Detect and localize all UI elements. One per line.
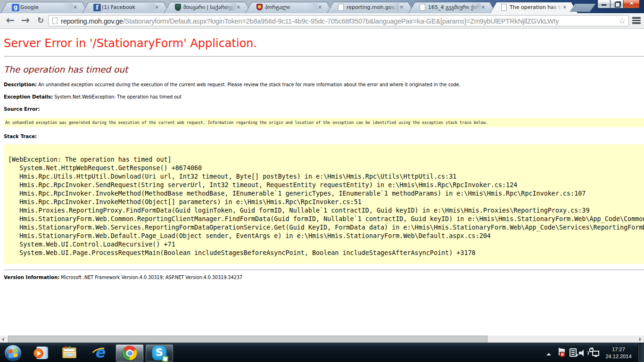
bookmark-star-icon[interactable] — [619, 16, 626, 26]
tab-close-icon[interactable] — [235, 4, 242, 11]
tray-time: 17:27 — [603, 346, 634, 353]
exception-label: Exception Details: — [4, 94, 53, 99]
scrollbar-thumb[interactable] — [8, 336, 487, 343]
internet-explorer-button[interactable]: e — [91, 346, 107, 361]
stack-line: Hmis.Rpc.RpcInvoker.InvokeMethod(Object[… — [8, 198, 644, 206]
tray-date: 24.12.2014 — [603, 353, 634, 360]
tab-portali[interactable]: პორტალი — [245, 2, 333, 13]
browser-frame: Google (1) Facebook მთავარი | საქართვე პ… — [0, 0, 644, 13]
scroll-left-button[interactable] — [0, 336, 8, 343]
tab-close-icon[interactable] — [153, 4, 160, 11]
folder-file-green — [68, 346, 71, 348]
folder-file-red — [65, 346, 67, 348]
stack-trace-box: [WebException: The operation has timed o… — [4, 144, 644, 264]
horizontal-scrollbar[interactable] — [0, 336, 644, 343]
version-label: Version Information: — [4, 275, 59, 280]
address-bar[interactable]: reporting.moh.gov.ge/Stationaryform/Defa… — [48, 15, 629, 26]
tab-operation-timed-out[interactable]: The operation has tim — [490, 2, 578, 13]
stack-line: System.Web.UI.Page.ProcessRequestMain(Bo… — [8, 249, 644, 257]
error-title: Server Error in '/StationaryForm' Applic… — [4, 36, 644, 51]
error-subtitle: The operation has timed out — [4, 64, 644, 75]
page-favicon — [338, 4, 344, 11]
start-button[interactable] — [4, 345, 22, 362]
scroll-right-button[interactable] — [636, 336, 644, 343]
show-hidden-icons-button[interactable] — [546, 353, 551, 355]
tab-close-icon[interactable] — [316, 4, 323, 11]
stack-line: Hmis.StationaryForm.Web.Services.Reporti… — [8, 223, 644, 232]
crest-favicon — [256, 4, 263, 10]
url-text[interactable]: reporting.moh.gov.ge/Stationaryform/Defa… — [61, 17, 559, 25]
page-icon — [52, 17, 58, 24]
volume-icon[interactable] — [579, 349, 588, 357]
tab-mtavari[interactable]: მთავარი | საქართვე — [164, 2, 252, 13]
stack-line: System.Web.UI.Control.LoadRecursive() +7… — [8, 240, 644, 249]
stack-line: Hmis.StationaryForm.Web.Default.Page_Loa… — [8, 232, 644, 240]
page-favicon — [420, 4, 425, 11]
exception-text: System.Net.WebException: The operation h… — [54, 94, 182, 99]
taskbar: e S 17:27 24.12.2014 — [0, 343, 644, 362]
tab-close-icon[interactable] — [479, 4, 487, 11]
skype-icon: S — [152, 346, 167, 361]
chrome-menu-icon[interactable] — [632, 17, 641, 25]
source-error-text: An unhandled exception was generated dur… — [4, 118, 644, 127]
description-text: An unhandled exception occurred during t… — [38, 82, 461, 87]
forward-button[interactable]: → — [19, 14, 32, 26]
facebook-favicon — [93, 4, 101, 11]
tab-close-icon[interactable] — [561, 4, 568, 11]
folder-slot — [66, 354, 73, 356]
google-favicon — [12, 4, 19, 11]
stack-line: [WebException: The operation has timed o… — [8, 156, 644, 164]
chrome-icon — [123, 346, 137, 361]
google-chrome-button[interactable] — [116, 344, 144, 362]
window-controls — [597, 0, 640, 8]
stack-line: System.Net.HttpWebRequest.GetResponse() … — [8, 164, 644, 173]
stack-line: Hmis.Rpc.Utils.HttpUtil.Download(Uri url… — [8, 173, 644, 181]
play-icon — [37, 351, 41, 356]
tab-165-4[interactable]: 165_4 გეგმიური ქირუ — [408, 2, 496, 13]
tab-google[interactable]: Google — [0, 2, 89, 13]
clock[interactable]: 17:27 24.12.2014 — [603, 346, 634, 361]
tab-close-icon[interactable] — [398, 4, 405, 11]
divider — [4, 270, 644, 270]
stack-line: Hmis.Rpc.RpcInvoker.SendRequest(String s… — [8, 181, 644, 189]
divider — [4, 56, 644, 57]
page-favicon — [501, 4, 507, 11]
tab-close-icon[interactable] — [72, 4, 79, 11]
show-desktop-button[interactable] — [638, 343, 644, 362]
tab-reporting[interactable]: reporting.moh.gov.ge — [327, 2, 415, 13]
version-text: Microsoft .NET Framework Version:4.0.303… — [61, 275, 242, 280]
page-content: Server Error in '/StationaryForm' Applic… — [0, 29, 644, 336]
clipboard-tray-icon[interactable] — [570, 348, 577, 357]
windows-logo-icon — [8, 348, 18, 358]
shield-favicon — [175, 4, 181, 11]
windows-media-player-button[interactable] — [33, 346, 48, 361]
back-button[interactable]: ← — [4, 14, 17, 26]
url-path: /Stationaryform/Default.aspx?loginToken=… — [123, 17, 559, 25]
stack-line: Hmis.Proxies.ReportingProxy.FindFormData… — [8, 206, 644, 215]
browser-toolbar: ← → ↻ reporting.moh.gov.ge/Stationaryfor… — [0, 13, 644, 29]
maximize-button[interactable] — [611, 0, 624, 8]
url-domain: reporting.moh.gov.ge — [61, 17, 123, 25]
skype-button[interactable]: S — [145, 344, 173, 362]
description-line: Description: An unhandled exception occu… — [4, 82, 644, 88]
action-center-icon[interactable] — [558, 348, 567, 357]
minimize-button[interactable] — [597, 0, 611, 8]
source-error-box: An unhandled exception was generated dur… — [4, 118, 644, 127]
version-line: Version Information: Microsoft .NET Fram… — [4, 275, 644, 280]
network-icon[interactable] — [589, 348, 600, 357]
error-badge-icon — [560, 352, 565, 357]
skype-notification-badge — [162, 356, 169, 362]
stack-trace-label-line: Stack Trace: — [4, 133, 644, 140]
windows-explorer-button[interactable] — [62, 346, 77, 361]
stack-line: Hmis.Rpc.RpcInvoker.InvokeMethod(MethodB… — [8, 189, 644, 198]
reload-button[interactable]: ↻ — [34, 14, 47, 26]
description-label: Description: — [4, 82, 37, 87]
tab-facebook[interactable]: (1) Facebook — [82, 2, 170, 13]
exception-line: Exception Details: System.Net.WebExcepti… — [4, 94, 644, 100]
stack-line: Hmis.StationaryForm.Web.Common.Reporting… — [8, 215, 644, 223]
source-error-label-line: Source Error: — [4, 106, 644, 112]
close-button[interactable] — [624, 0, 640, 8]
